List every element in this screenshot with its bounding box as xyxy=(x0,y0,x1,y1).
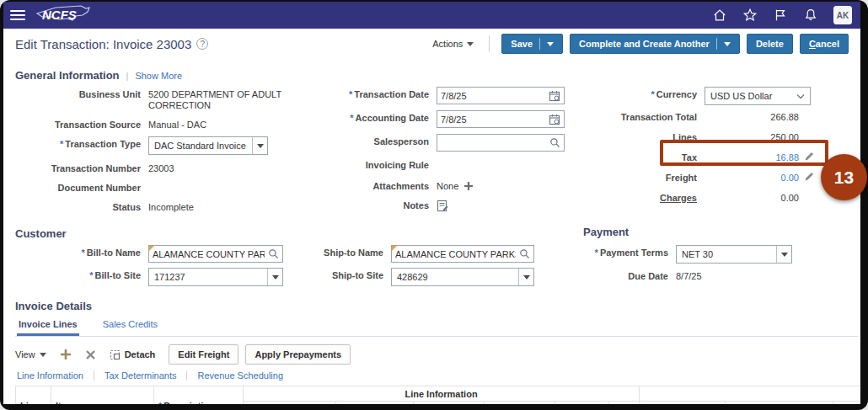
transaction-type-dropdown[interactable]: DAC Standard Invoice xyxy=(148,136,268,155)
calendar-icon[interactable] xyxy=(549,114,560,125)
ship-to-name-text[interactable] xyxy=(392,246,519,262)
chevron-down-icon xyxy=(776,246,791,263)
transaction-total-field: Transaction Total 266.88 xyxy=(597,109,843,125)
calendar-icon[interactable] xyxy=(549,90,560,102)
lines-total-value: 250.00 xyxy=(705,130,799,143)
transaction-date-label: *Transaction Date xyxy=(319,87,437,100)
column-header-transaction-business-category: Transaction Business Category xyxy=(726,402,833,405)
freight-value[interactable]: 0.00 xyxy=(705,170,799,184)
tab-sales-credits[interactable]: Sales Credits xyxy=(101,317,159,336)
invoicing-rule-label: Invoicing Rule xyxy=(319,157,437,171)
transaction-total-value: 266.88 xyxy=(705,109,799,123)
show-more-link[interactable]: Show More xyxy=(135,71,182,81)
ship-to-name-field: Ship-to Name xyxy=(310,245,563,263)
detach-button[interactable]: Detach xyxy=(110,349,156,360)
document-number-field: Document Number xyxy=(15,180,319,194)
link-tax-determinants[interactable]: Tax Determinants xyxy=(94,370,187,381)
payment-heading: Payment xyxy=(583,226,629,238)
transaction-type-value: DAC Standard Invoice xyxy=(149,137,252,154)
required-marker: * xyxy=(651,89,654,99)
cancel-button[interactable]: Cancel xyxy=(800,34,849,54)
currency-dropdown[interactable]: USD US Dollar xyxy=(705,87,811,105)
invoice-details-tabs: Invoice Lines Sales Credits xyxy=(15,317,858,337)
chevron-down-icon xyxy=(518,269,533,285)
currency-value: USD US Dollar xyxy=(710,91,796,101)
bill-to-name-input[interactable] xyxy=(148,245,283,263)
actions-menu-button[interactable]: Actions xyxy=(432,39,474,49)
notifications-bell-icon[interactable] xyxy=(803,8,818,23)
payment-terms-dropdown[interactable]: NET 30 xyxy=(676,245,792,264)
ship-to-site-dropdown[interactable]: 428629 xyxy=(391,268,534,286)
save-button[interactable]: Save xyxy=(501,34,563,54)
invoicing-rule-field: Invoicing Rule xyxy=(319,157,597,171)
invoice-lines-table: Line Item *Description Line Information … xyxy=(15,386,860,404)
save-label: Save xyxy=(511,39,533,49)
search-icon[interactable] xyxy=(519,248,530,259)
home-icon[interactable] xyxy=(712,8,727,23)
charges-total-field: Charges 0.00 xyxy=(597,190,843,206)
edit-freight-button[interactable]: Edit Freight xyxy=(169,344,238,365)
payment-terms-label: *Payment Terms xyxy=(563,245,676,258)
delete-row-x-icon[interactable] xyxy=(85,349,96,360)
transaction-source-label: Transaction Source xyxy=(15,117,148,130)
column-header-uom: UOM xyxy=(336,402,414,405)
page-title: Edit Transaction: Invoice 23003 xyxy=(15,37,191,51)
user-avatar[interactable]: AK xyxy=(833,6,852,24)
transaction-date-input[interactable] xyxy=(437,87,565,104)
transaction-date-text[interactable] xyxy=(437,88,549,104)
ship-to-site-label: Ship-to Site xyxy=(310,268,391,281)
bill-to-name-label: *Bill-to Name xyxy=(15,245,148,258)
required-marker: * xyxy=(350,113,353,123)
column-header-amount: Amount xyxy=(555,402,609,405)
accounting-date-text[interactable] xyxy=(437,111,549,127)
delete-button[interactable]: Delete xyxy=(747,34,793,54)
tab-invoice-lines[interactable]: Invoice Lines xyxy=(17,317,79,336)
general-information-heading: General Information xyxy=(15,69,120,82)
edit-tax-pencil-icon[interactable] xyxy=(804,151,815,162)
add-attachment-plus-icon[interactable] xyxy=(463,181,474,191)
customer-heading: Customer xyxy=(15,227,67,240)
transaction-number-field: Transaction Number 23003 xyxy=(15,161,319,174)
transaction-source-field: Transaction Source Manual - DAC xyxy=(15,117,319,130)
chevron-down-icon xyxy=(796,93,805,99)
edit-freight-pencil-icon[interactable] xyxy=(804,171,815,182)
detach-label: Detach xyxy=(125,349,156,359)
required-marker: * xyxy=(82,248,85,258)
attachments-value: None xyxy=(437,178,458,192)
ship-to-site-field: Ship-to Site 428629 xyxy=(310,268,563,286)
complete-and-create-another-button[interactable]: Complete and Create Another xyxy=(570,34,740,54)
notes-label: Notes xyxy=(319,198,437,211)
accounting-date-input[interactable] xyxy=(437,110,565,128)
heading-separator: | xyxy=(126,71,129,81)
help-icon[interactable]: ? xyxy=(196,38,208,50)
search-icon[interactable] xyxy=(549,137,560,148)
tax-value[interactable]: 16.88 xyxy=(705,150,799,163)
hamburger-menu-icon[interactable] xyxy=(10,10,25,20)
chevron-down-icon xyxy=(467,42,474,46)
search-icon[interactable] xyxy=(268,248,279,259)
bill-to-site-dropdown[interactable]: 171237 xyxy=(148,268,283,286)
apply-prepayments-button[interactable]: Apply Prepayments xyxy=(245,344,351,365)
charges-label[interactable]: Charges xyxy=(597,190,705,204)
link-line-information[interactable]: Line Information xyxy=(15,370,94,381)
salesperson-text[interactable] xyxy=(437,135,549,151)
notes-icon[interactable] xyxy=(437,200,449,212)
view-menu-button[interactable]: View xyxy=(15,349,46,359)
favorites-star-icon[interactable] xyxy=(742,8,758,23)
status-label: Status xyxy=(15,200,148,213)
ship-to-name-input[interactable] xyxy=(391,245,534,263)
bill-to-name-text[interactable] xyxy=(149,246,268,262)
add-row-plus-icon[interactable] xyxy=(60,349,72,360)
transaction-date-field: *Transaction Date xyxy=(319,87,597,104)
transaction-source-value: Manual - DAC xyxy=(148,117,206,130)
bill-to-site-field: *Bill-to Site 171237 xyxy=(15,268,310,286)
freight-label: Freight xyxy=(597,170,705,184)
salesperson-input[interactable] xyxy=(437,134,565,152)
announcements-flag-icon[interactable] xyxy=(773,8,788,23)
column-header-details: Details xyxy=(609,402,640,405)
link-revenue-scheduling[interactable]: Revenue Scheduling xyxy=(186,370,293,381)
accounting-date-field: *Accounting Date xyxy=(319,110,597,128)
ncfs-logo[interactable]: NCFS xyxy=(34,3,94,27)
button-split-divider xyxy=(716,38,717,50)
attachments-label: Attachments xyxy=(319,178,437,192)
